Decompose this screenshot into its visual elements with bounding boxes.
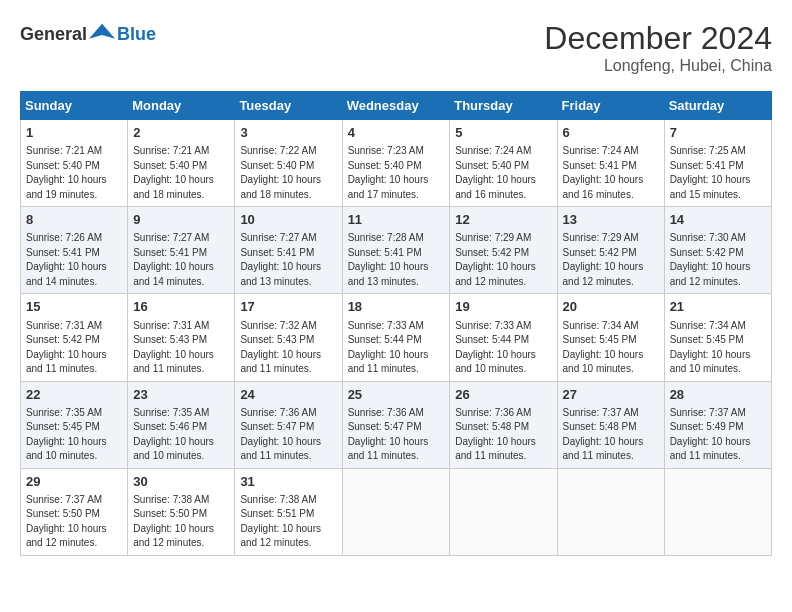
- day-number: 18: [348, 298, 445, 316]
- calendar-cell: 11Sunrise: 7:28 AMSunset: 5:41 PMDayligh…: [342, 207, 450, 294]
- calendar-cell: 20Sunrise: 7:34 AMSunset: 5:45 PMDayligh…: [557, 294, 664, 381]
- day-number: 10: [240, 211, 336, 229]
- calendar-cell: 18Sunrise: 7:33 AMSunset: 5:44 PMDayligh…: [342, 294, 450, 381]
- day-info: Sunrise: 7:38 AMSunset: 5:50 PMDaylight:…: [133, 493, 229, 551]
- col-header-monday: Monday: [128, 92, 235, 120]
- day-info: Sunrise: 7:36 AMSunset: 5:48 PMDaylight:…: [455, 406, 551, 464]
- logo-icon: [89, 20, 117, 48]
- day-info: Sunrise: 7:25 AMSunset: 5:41 PMDaylight:…: [670, 144, 766, 202]
- col-header-tuesday: Tuesday: [235, 92, 342, 120]
- calendar-cell: [664, 468, 771, 555]
- day-info: Sunrise: 7:33 AMSunset: 5:44 PMDaylight:…: [348, 319, 445, 377]
- day-number: 19: [455, 298, 551, 316]
- day-info: Sunrise: 7:38 AMSunset: 5:51 PMDaylight:…: [240, 493, 336, 551]
- day-info: Sunrise: 7:21 AMSunset: 5:40 PMDaylight:…: [26, 144, 122, 202]
- calendar-cell: 25Sunrise: 7:36 AMSunset: 5:47 PMDayligh…: [342, 381, 450, 468]
- day-info: Sunrise: 7:34 AMSunset: 5:45 PMDaylight:…: [563, 319, 659, 377]
- day-number: 21: [670, 298, 766, 316]
- day-number: 26: [455, 386, 551, 404]
- calendar-cell: 31Sunrise: 7:38 AMSunset: 5:51 PMDayligh…: [235, 468, 342, 555]
- day-number: 27: [563, 386, 659, 404]
- day-number: 20: [563, 298, 659, 316]
- day-info: Sunrise: 7:35 AMSunset: 5:45 PMDaylight:…: [26, 406, 122, 464]
- day-info: Sunrise: 7:23 AMSunset: 5:40 PMDaylight:…: [348, 144, 445, 202]
- calendar-cell: 30Sunrise: 7:38 AMSunset: 5:50 PMDayligh…: [128, 468, 235, 555]
- day-info: Sunrise: 7:37 AMSunset: 5:48 PMDaylight:…: [563, 406, 659, 464]
- calendar-cell: 6Sunrise: 7:24 AMSunset: 5:41 PMDaylight…: [557, 120, 664, 207]
- day-info: Sunrise: 7:33 AMSunset: 5:44 PMDaylight:…: [455, 319, 551, 377]
- day-info: Sunrise: 7:27 AMSunset: 5:41 PMDaylight:…: [133, 231, 229, 289]
- day-number: 25: [348, 386, 445, 404]
- calendar-cell: 24Sunrise: 7:36 AMSunset: 5:47 PMDayligh…: [235, 381, 342, 468]
- day-number: 11: [348, 211, 445, 229]
- day-number: 29: [26, 473, 122, 491]
- day-number: 9: [133, 211, 229, 229]
- day-info: Sunrise: 7:29 AMSunset: 5:42 PMDaylight:…: [563, 231, 659, 289]
- location-title: Longfeng, Hubei, China: [544, 57, 772, 75]
- day-info: Sunrise: 7:21 AMSunset: 5:40 PMDaylight:…: [133, 144, 229, 202]
- day-number: 3: [240, 124, 336, 142]
- calendar-table: SundayMondayTuesdayWednesdayThursdayFrid…: [20, 91, 772, 556]
- day-number: 8: [26, 211, 122, 229]
- logo: General Blue: [20, 20, 156, 48]
- day-info: Sunrise: 7:32 AMSunset: 5:43 PMDaylight:…: [240, 319, 336, 377]
- calendar-cell: 29Sunrise: 7:37 AMSunset: 5:50 PMDayligh…: [21, 468, 128, 555]
- svg-marker-0: [89, 24, 115, 39]
- calendar-cell: 14Sunrise: 7:30 AMSunset: 5:42 PMDayligh…: [664, 207, 771, 294]
- calendar-cell: 13Sunrise: 7:29 AMSunset: 5:42 PMDayligh…: [557, 207, 664, 294]
- calendar-week-row: 1Sunrise: 7:21 AMSunset: 5:40 PMDaylight…: [21, 120, 772, 207]
- day-number: 16: [133, 298, 229, 316]
- logo-general-text: General: [20, 24, 87, 45]
- day-info: Sunrise: 7:24 AMSunset: 5:41 PMDaylight:…: [563, 144, 659, 202]
- day-info: Sunrise: 7:27 AMSunset: 5:41 PMDaylight:…: [240, 231, 336, 289]
- day-info: Sunrise: 7:22 AMSunset: 5:40 PMDaylight:…: [240, 144, 336, 202]
- day-info: Sunrise: 7:36 AMSunset: 5:47 PMDaylight:…: [240, 406, 336, 464]
- calendar-cell: 10Sunrise: 7:27 AMSunset: 5:41 PMDayligh…: [235, 207, 342, 294]
- logo-blue-text: Blue: [117, 24, 156, 45]
- col-header-sunday: Sunday: [21, 92, 128, 120]
- calendar-cell: 27Sunrise: 7:37 AMSunset: 5:48 PMDayligh…: [557, 381, 664, 468]
- calendar-cell: 4Sunrise: 7:23 AMSunset: 5:40 PMDaylight…: [342, 120, 450, 207]
- day-number: 23: [133, 386, 229, 404]
- calendar-cell: 22Sunrise: 7:35 AMSunset: 5:45 PMDayligh…: [21, 381, 128, 468]
- calendar-week-row: 8Sunrise: 7:26 AMSunset: 5:41 PMDaylight…: [21, 207, 772, 294]
- day-number: 30: [133, 473, 229, 491]
- day-info: Sunrise: 7:36 AMSunset: 5:47 PMDaylight:…: [348, 406, 445, 464]
- calendar-cell: 9Sunrise: 7:27 AMSunset: 5:41 PMDaylight…: [128, 207, 235, 294]
- day-number: 28: [670, 386, 766, 404]
- calendar-cell: 28Sunrise: 7:37 AMSunset: 5:49 PMDayligh…: [664, 381, 771, 468]
- day-number: 5: [455, 124, 551, 142]
- day-number: 1: [26, 124, 122, 142]
- calendar-week-row: 22Sunrise: 7:35 AMSunset: 5:45 PMDayligh…: [21, 381, 772, 468]
- calendar-cell: 15Sunrise: 7:31 AMSunset: 5:42 PMDayligh…: [21, 294, 128, 381]
- day-number: 2: [133, 124, 229, 142]
- day-info: Sunrise: 7:31 AMSunset: 5:43 PMDaylight:…: [133, 319, 229, 377]
- day-number: 4: [348, 124, 445, 142]
- day-number: 12: [455, 211, 551, 229]
- calendar-cell: 12Sunrise: 7:29 AMSunset: 5:42 PMDayligh…: [450, 207, 557, 294]
- day-info: Sunrise: 7:28 AMSunset: 5:41 PMDaylight:…: [348, 231, 445, 289]
- calendar-cell: [342, 468, 450, 555]
- day-info: Sunrise: 7:37 AMSunset: 5:50 PMDaylight:…: [26, 493, 122, 551]
- col-header-saturday: Saturday: [664, 92, 771, 120]
- day-number: 6: [563, 124, 659, 142]
- day-info: Sunrise: 7:37 AMSunset: 5:49 PMDaylight:…: [670, 406, 766, 464]
- calendar-cell: 3Sunrise: 7:22 AMSunset: 5:40 PMDaylight…: [235, 120, 342, 207]
- calendar-header-row: SundayMondayTuesdayWednesdayThursdayFrid…: [21, 92, 772, 120]
- calendar-cell: 2Sunrise: 7:21 AMSunset: 5:40 PMDaylight…: [128, 120, 235, 207]
- col-header-wednesday: Wednesday: [342, 92, 450, 120]
- col-header-friday: Friday: [557, 92, 664, 120]
- calendar-cell: 21Sunrise: 7:34 AMSunset: 5:45 PMDayligh…: [664, 294, 771, 381]
- month-title: December 2024: [544, 20, 772, 57]
- calendar-week-row: 15Sunrise: 7:31 AMSunset: 5:42 PMDayligh…: [21, 294, 772, 381]
- day-number: 14: [670, 211, 766, 229]
- calendar-cell: 17Sunrise: 7:32 AMSunset: 5:43 PMDayligh…: [235, 294, 342, 381]
- day-number: 15: [26, 298, 122, 316]
- calendar-cell: 19Sunrise: 7:33 AMSunset: 5:44 PMDayligh…: [450, 294, 557, 381]
- calendar-cell: 5Sunrise: 7:24 AMSunset: 5:40 PMDaylight…: [450, 120, 557, 207]
- page-header: General Blue December 2024 Longfeng, Hub…: [20, 20, 772, 75]
- day-number: 24: [240, 386, 336, 404]
- calendar-cell: 16Sunrise: 7:31 AMSunset: 5:43 PMDayligh…: [128, 294, 235, 381]
- day-info: Sunrise: 7:35 AMSunset: 5:46 PMDaylight:…: [133, 406, 229, 464]
- calendar-cell: 1Sunrise: 7:21 AMSunset: 5:40 PMDaylight…: [21, 120, 128, 207]
